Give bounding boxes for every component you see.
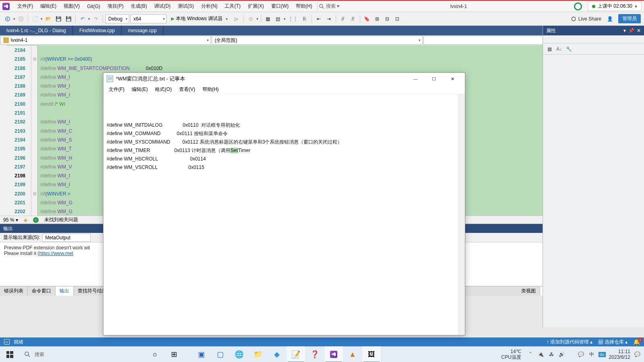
tb-icon-3[interactable]: ⋮⋮ xyxy=(287,14,299,23)
warn-icon[interactable]: ◈ xyxy=(24,217,27,223)
taskbar-vs[interactable] xyxy=(324,346,343,362)
weather-widget[interactable]: 14℃ CPU温度 xyxy=(501,349,521,360)
source-control-button[interactable]: ↑ 添加到源代码管理 ▴ xyxy=(547,339,593,346)
tab-command-window[interactable]: 命令窗口 xyxy=(28,286,56,296)
wrench-icon[interactable]: 🔧 xyxy=(565,45,573,53)
tab-error-list[interactable]: 错误列表 xyxy=(0,286,28,296)
tb-misc-1[interactable]: ⊞ xyxy=(373,14,382,23)
live-share-button[interactable]: Live Share xyxy=(571,16,601,22)
panel-menu-icon[interactable]: ▾ xyxy=(623,28,626,33)
tb-misc-2[interactable]: ⊟ xyxy=(383,14,392,23)
maximize-button[interactable]: ☐ xyxy=(425,73,443,85)
undo-button[interactable]: ↶ xyxy=(78,14,87,23)
indent-button[interactable]: ⇥ xyxy=(324,14,333,23)
sort-icon[interactable]: A↓ xyxy=(555,45,563,53)
new-item-button[interactable]: 📄 xyxy=(31,14,39,23)
global-search[interactable]: 搜索 ▾ xyxy=(319,3,339,10)
taskbar-clock[interactable]: 11:11 2023/6/12 xyxy=(609,349,630,360)
taskbar-notepad[interactable]: 📝 xyxy=(287,346,305,362)
notepad-text-area[interactable]: #define WM_INITDIALOG 0x0110 对话框专用初始化#de… xyxy=(103,94,465,335)
np-menu-format[interactable]: 格式(O) xyxy=(151,85,175,94)
notifications-icon[interactable]: 🔔1 xyxy=(633,339,640,345)
start-button[interactable] xyxy=(0,346,19,362)
tray-up-icon[interactable]: ˄ xyxy=(527,352,534,357)
tab-findwindow[interactable]: FindWindow.cpp xyxy=(73,26,122,35)
notepad-scrollbar[interactable] xyxy=(458,94,465,335)
np-menu-help[interactable]: 帮助(H) xyxy=(199,85,223,94)
taskbar-help[interactable]: ❓ xyxy=(305,346,324,362)
taskbar-app-2[interactable]: ▢ xyxy=(211,346,229,362)
tray-power-icon[interactable]: 🔌 xyxy=(537,352,545,357)
redo-button[interactable]: ↷ xyxy=(91,14,100,23)
outdent-button[interactable]: ⇤ xyxy=(314,14,323,23)
tab-rc-dialog[interactable]: lvxin4-1.rc -..._DLG - Dialog xyxy=(0,26,73,35)
menu-tools[interactable]: 工具(T) xyxy=(221,2,244,11)
step-tb-icon[interactable]: ⊙ xyxy=(246,14,255,23)
start-debug-button[interactable]: ▶本地 Windows 调试器▾ xyxy=(168,14,231,23)
taskbar-app-4[interactable]: 🖼 xyxy=(362,346,381,362)
taskbar-app-3[interactable]: ◆ xyxy=(268,346,286,362)
tb-icon-4[interactable]: ⎘ xyxy=(300,14,309,23)
output-source-combo[interactable]: MetaOutput xyxy=(42,234,91,242)
menu-file[interactable]: 文件(F) xyxy=(14,2,37,11)
comment-button[interactable]: // xyxy=(339,14,347,23)
np-menu-edit[interactable]: 编辑(E) xyxy=(128,85,151,94)
menu-test[interactable]: 测试(S) xyxy=(174,2,198,11)
zoom-combo[interactable]: 95 % ▾ xyxy=(3,217,18,223)
menu-extensions[interactable]: 扩展(X) xyxy=(244,2,268,11)
menu-build[interactable]: 生成(B) xyxy=(127,2,151,11)
panel-close-icon[interactable]: ✕ xyxy=(637,28,641,33)
menu-git[interactable]: Git(G) xyxy=(83,2,104,10)
menu-project[interactable]: 项目(P) xyxy=(104,2,127,11)
notification-center-icon[interactable]: 💬 xyxy=(634,352,641,357)
menu-window[interactable]: 窗口(W) xyxy=(268,2,292,11)
tab-message[interactable]: message.cpp xyxy=(122,26,163,35)
tb-icon-1[interactable]: ▦ xyxy=(264,14,272,23)
menu-view[interactable]: 视图(V) xyxy=(60,2,83,11)
uncomment-button[interactable]: // xyxy=(349,14,357,23)
tray-wechat-icon[interactable]: 💬 xyxy=(578,352,585,357)
menu-debug[interactable]: 调试(D) xyxy=(151,2,174,11)
output-window-icon[interactable]: ▭ xyxy=(4,339,10,345)
platform-dropdown[interactable]: x64 xyxy=(130,14,167,23)
taskbar-browser[interactable]: 🌐 xyxy=(230,346,248,362)
categorize-icon[interactable]: ▦ xyxy=(545,45,553,53)
nav-scope-combo[interactable]: lvxin4-1 xyxy=(0,36,211,45)
tray-network-icon[interactable]: 🖧 xyxy=(548,352,555,357)
taskbar-search[interactable]: 搜索 xyxy=(19,346,140,362)
account-icon[interactable]: 👤 xyxy=(605,14,614,23)
class-status-badge[interactable]: 上课中 02:06:30 ▾ xyxy=(588,2,642,11)
menu-analyze[interactable]: 分析(N) xyxy=(198,2,221,11)
save-button[interactable]: 💾 xyxy=(54,14,63,23)
np-menu-file[interactable]: 文件(F) xyxy=(105,85,128,94)
output-link[interactable]: https://www.met xyxy=(39,251,73,256)
cortana-icon[interactable]: ○ xyxy=(146,346,164,362)
taskbar-explorer[interactable]: 📁 xyxy=(249,346,267,362)
taskbar-vlc[interactable]: ▲ xyxy=(343,346,362,362)
tray-volume-icon[interactable]: 🔊 xyxy=(558,352,566,357)
tb-misc-3[interactable]: ⊡ xyxy=(393,14,402,23)
minimize-button[interactable]: — xyxy=(406,73,425,85)
notepad-titlebar[interactable]: *WM窗口消息汇总.txt - 记事本 — ☐ ✕ xyxy=(103,73,465,85)
nav-fwd-button[interactable] xyxy=(17,14,25,23)
menu-edit[interactable]: 编辑(E) xyxy=(37,2,60,11)
np-menu-view[interactable]: 查看(V) xyxy=(175,85,199,94)
nav-back-button[interactable] xyxy=(3,14,12,23)
config-dropdown[interactable]: Debug xyxy=(105,14,129,23)
panel-pin-icon[interactable]: 📌 xyxy=(628,28,634,33)
tab-output[interactable]: 输出 xyxy=(56,286,74,296)
save-all-button[interactable]: 💾 xyxy=(64,14,73,23)
nav-type-combo[interactable]: (全局范围) xyxy=(212,36,422,45)
open-button[interactable]: 📂 xyxy=(44,14,53,23)
close-button[interactable]: ✕ xyxy=(443,73,462,85)
repo-select-button[interactable]: ▦ 选择仓库 ▴ xyxy=(598,339,627,346)
tray-app-icon[interactable]: du xyxy=(599,352,606,357)
feedback-icon[interactable] xyxy=(574,2,582,10)
menu-help[interactable]: 帮助(H) xyxy=(292,2,316,11)
bookmark-button[interactable]: 🔖 xyxy=(363,14,372,23)
tab-class-view[interactable]: 类视图 xyxy=(517,286,540,296)
tray-ime-icon[interactable]: 中 xyxy=(588,351,595,358)
start-nodebug-button[interactable]: ▷ xyxy=(232,14,241,23)
task-view-icon[interactable]: ⊞ xyxy=(165,346,183,362)
tb-icon-2[interactable]: ▤ xyxy=(274,14,283,23)
